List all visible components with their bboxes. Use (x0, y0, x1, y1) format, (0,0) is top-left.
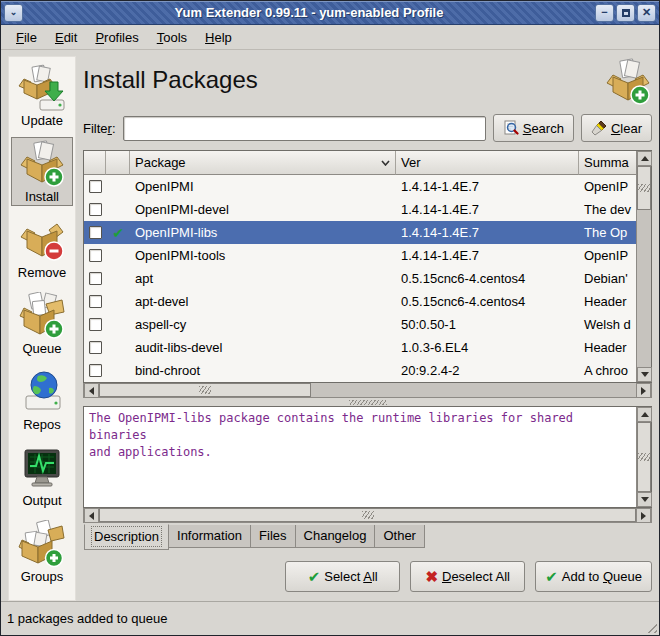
package-version: 1.4.14-1.4E.7 (396, 225, 579, 240)
tab-other[interactable]: Other (375, 525, 425, 548)
column-header-checkbox[interactable] (84, 151, 106, 175)
sidebar-item-groups[interactable]: Groups (11, 517, 73, 586)
tab-information[interactable]: Information (169, 525, 251, 548)
scroll-up-button[interactable] (637, 407, 652, 422)
package-summary: Header (579, 340, 636, 355)
sidebar-item-output[interactable]: Output (11, 441, 73, 510)
table-row[interactable]: apt-devel 0.5.15cnc6-4.centos4 Header (84, 290, 636, 313)
menu-help[interactable]: Help (196, 27, 241, 48)
row-checkbox[interactable] (89, 364, 102, 377)
menubar: File Edit Profiles Tools Help (1, 25, 659, 50)
menu-tools[interactable]: Tools (148, 27, 196, 48)
sidebar-item-remove[interactable]: Remove (11, 213, 73, 282)
sidebar-item-install[interactable]: Install (11, 137, 73, 206)
scrollbar-thumb[interactable] (99, 383, 311, 397)
scroll-down-button[interactable] (637, 367, 652, 382)
tab-description[interactable]: Description (84, 524, 169, 550)
scrollbar-thumb[interactable] (637, 166, 651, 210)
table-row[interactable]: OpenIPMI-devel 1.4.14-1.4E.7 The dev (84, 198, 636, 221)
scrollbar-thumb[interactable] (637, 422, 651, 492)
package-version: 0.5.15cnc6-4.centos4 (396, 271, 579, 286)
description-vertical-scrollbar[interactable] (636, 407, 651, 507)
sidebar-label: Update (21, 113, 63, 128)
sidebar-label: Groups (21, 569, 64, 584)
scroll-right-button[interactable] (636, 508, 651, 523)
column-header-icon[interactable] (106, 151, 130, 175)
tab-files[interactable]: Files (251, 525, 295, 548)
clear-button[interactable]: Clear (581, 114, 652, 142)
table-row[interactable]: OpenIPMI 1.4.14-1.4E.7 OpenIP (84, 175, 636, 198)
row-checkbox[interactable] (89, 341, 102, 354)
queued-check-icon: ✔ (112, 226, 124, 240)
status-message: 1 packages added to queue (7, 611, 167, 626)
table-horizontal-scrollbar[interactable] (83, 383, 652, 398)
description-horizontal-scrollbar[interactable] (83, 508, 652, 523)
window-menu-button[interactable]: ⌄ (4, 4, 23, 22)
select-all-button[interactable]: ✔ Select All (285, 561, 400, 592)
check-icon: ✔ (308, 568, 321, 586)
titlebar[interactable]: ⌄ Yum Extender 0.99.11 - yum-enabled Pro… (1, 1, 659, 25)
pane-resize-handle[interactable] (83, 398, 652, 406)
row-checkbox[interactable] (89, 249, 102, 262)
row-checkbox[interactable] (89, 318, 102, 331)
sidebar: Update Install (8, 56, 76, 601)
menu-file[interactable]: File (7, 27, 46, 48)
maximize-button[interactable] (616, 4, 635, 22)
table-row[interactable]: audit-libs-devel 1.0.3-6.EL4 Header (84, 336, 636, 359)
package-summary: OpenIP (579, 248, 636, 263)
tab-changelog[interactable]: Changelog (296, 525, 376, 548)
app-window: ⌄ Yum Extender 0.99.11 - yum-enabled Pro… (0, 0, 660, 636)
table-row[interactable]: aspell-cy 50:0.50-1 Welsh d (84, 313, 636, 336)
table-row[interactable]: OpenIPMI-tools 1.4.14-1.4E.7 OpenIP (84, 244, 636, 267)
sidebar-label: Remove (18, 265, 66, 280)
column-header-ver[interactable]: Ver (396, 151, 579, 175)
detail-tabs: Description Information Files Changelog … (83, 525, 652, 550)
sidebar-item-repos[interactable]: Repos (11, 365, 73, 434)
package-summary: OpenIP (579, 179, 636, 194)
deselect-all-button[interactable]: ✖ Deselect All (410, 561, 525, 592)
scrollbar-thumb[interactable] (99, 508, 636, 522)
row-checkbox[interactable] (89, 203, 102, 216)
search-button[interactable]: Search (493, 114, 574, 142)
sidebar-item-queue[interactable]: Queue (11, 289, 73, 358)
package-name: aspell-cy (130, 317, 396, 332)
row-checkbox[interactable] (89, 226, 102, 239)
repos-icon (18, 368, 66, 416)
menu-edit[interactable]: Edit (46, 27, 86, 48)
queue-icon (18, 292, 66, 340)
row-checkbox[interactable] (89, 295, 102, 308)
column-header-package[interactable]: Package (130, 151, 396, 175)
scroll-down-button[interactable] (637, 492, 652, 507)
package-version: 1.4.14-1.4E.7 (396, 179, 579, 194)
close-button[interactable]: ✕ (637, 4, 656, 22)
search-icon (503, 120, 519, 136)
package-description-text[interactable]: The OpenIPMI-libs package contains the r… (84, 407, 636, 507)
remove-icon (18, 216, 66, 264)
sidebar-label: Output (22, 493, 61, 508)
groups-icon (18, 520, 66, 568)
table-row[interactable]: bind-chroot 20:9.2.4-2 A chroo (84, 359, 636, 382)
add-to-queue-button[interactable]: ✔ Add to Queue (535, 561, 652, 592)
sidebar-label: Install (25, 189, 59, 204)
install-packages-icon (604, 58, 652, 106)
page-title: Install Packages (83, 58, 258, 94)
filter-input[interactable] (123, 116, 486, 141)
scroll-up-button[interactable] (637, 151, 652, 166)
table-row[interactable]: apt 0.5.15cnc6-4.centos4 Debian' (84, 267, 636, 290)
scroll-left-button[interactable] (84, 383, 99, 398)
scroll-left-button[interactable] (84, 508, 99, 523)
row-checkbox[interactable] (89, 272, 102, 285)
scroll-right-button[interactable] (636, 383, 651, 398)
column-header-summary[interactable]: Summa (579, 151, 636, 175)
sidebar-item-update[interactable]: Update (11, 61, 73, 130)
menu-profiles[interactable]: Profiles (86, 27, 147, 48)
package-name: OpenIPMI-tools (130, 248, 396, 263)
package-version: 1.4.14-1.4E.7 (396, 202, 579, 217)
minimize-button[interactable]: − (595, 4, 614, 22)
resize-grip[interactable] (644, 620, 657, 633)
table-row-selected[interactable]: ✔ OpenIPMI-libs 1.4.14-1.4E.7 The Op (84, 221, 636, 244)
row-checkbox[interactable] (89, 180, 102, 193)
table-vertical-scrollbar[interactable] (636, 151, 651, 382)
package-name: apt (130, 271, 396, 286)
package-version: 0.5.15cnc6-4.centos4 (396, 294, 579, 309)
